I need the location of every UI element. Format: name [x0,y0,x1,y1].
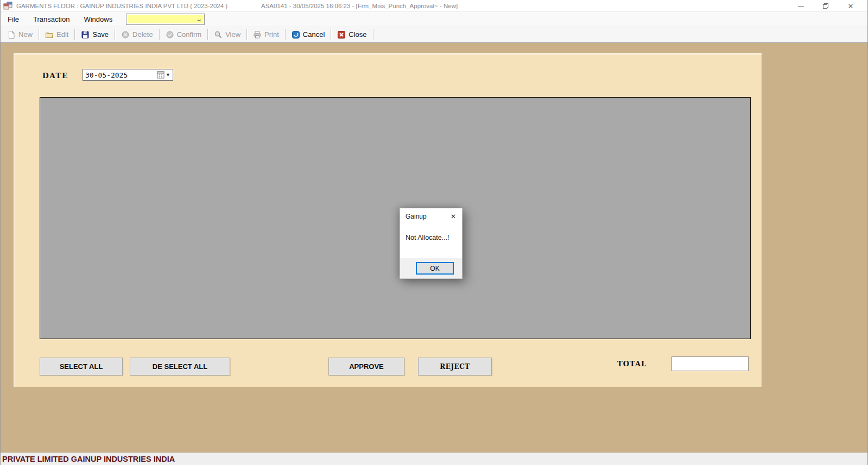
print-icon [253,30,262,39]
view-button[interactable]: View [210,29,245,41]
toolbar-separator [39,29,39,40]
toolbar-separator [285,29,286,40]
restore-icon [822,3,829,9]
menu-windows[interactable]: Windows [77,12,119,27]
dialog-footer: OK [400,258,462,278]
dialog-title: Gainup [406,213,427,220]
toolbar-separator [159,29,160,40]
confirm-button[interactable]: Confirm [161,29,206,41]
minimize-icon [798,6,804,7]
app-icon [3,1,12,10]
toolbar-separator [115,29,115,40]
restore-button[interactable] [813,0,838,12]
date-dropdown-icon[interactable]: ▼ [166,72,170,78]
date-label: DATE [42,71,68,80]
menu-transaction[interactable]: Transaction [26,12,77,27]
view-magnifier-icon [214,30,223,39]
date-picker[interactable]: 30-05-2025 ▼ [83,69,173,81]
new-document-icon [7,30,16,39]
approve-button[interactable]: APPROVE [328,358,404,375]
dialog-message: Not Allocate...! [400,234,462,241]
toolbar: New Edit Save Delete Confirm [1,27,867,43]
print-label: Print [264,30,279,39]
new-button[interactable]: New [3,29,37,41]
toolbar-separator [373,29,373,40]
window-title: GARMENTS FLOOR : GAINUP INDUSTRIES INDIA… [16,3,227,9]
menu-file[interactable]: File [1,12,26,27]
miss-punch-approval-form: DATE 30-05-2025 ▼ SELECT ALL DE SELECT A… [14,53,762,387]
delete-button[interactable]: Delete [117,29,157,41]
toolbar-separator [74,29,75,40]
minimize-button[interactable] [788,0,813,12]
confirm-label: Confirm [177,30,202,39]
dialog-title-row: Gainup ✕ [400,208,462,220]
reject-button[interactable]: REJECT [418,358,492,375]
save-button[interactable]: Save [77,29,113,41]
chevron-down-icon: ⌄ [195,16,202,22]
approval-grid-panel [40,97,751,339]
total-input[interactable] [671,356,749,371]
delete-label: Delete [132,30,153,39]
close-window-button[interactable]: ✕ [838,0,863,12]
close-label: Close [349,30,366,39]
deselect-all-button[interactable]: DE SELECT ALL [130,358,230,375]
calendar-icon [157,71,164,79]
close-window-icon: ✕ [848,2,854,10]
close-button[interactable]: Close [333,29,371,41]
total-label: TOTAL [617,360,647,368]
toolbar-separator [246,29,247,40]
delete-icon [121,30,130,39]
date-value: 30-05-2025 [83,71,157,79]
toolbar-separator [331,29,331,40]
status-bar: PRIVATE LIMITED GAINUP INDUSTRIES INDIA [1,453,867,465]
view-label: View [225,30,240,39]
close-icon [337,30,346,39]
new-label: New [18,30,33,39]
dialog-close-button[interactable]: ✕ [449,213,457,220]
window-controls: ✕ [788,0,863,12]
cancel-button[interactable]: Cancel [287,29,329,41]
toolbar-separator [207,29,208,40]
save-floppy-icon [81,30,90,39]
cancel-icon [292,30,300,39]
menu-bar: File Transaction Windows ⌄ [1,12,867,27]
window-selector-combobox[interactable]: ⌄ [126,14,205,25]
dialog-close-icon: ✕ [451,213,456,220]
print-button[interactable]: Print [249,29,283,41]
confirm-icon [166,30,174,39]
gainup-message-dialog: Gainup ✕ Not Allocate...! OK [400,208,462,279]
select-all-button[interactable]: SELECT ALL [40,358,123,375]
title-bar: GARMENTS FLOOR : GAINUP INDUSTRIES INDIA… [1,0,867,12]
child-window-title: ASA0141 - 30/05/2025 16:06:23 - [Frm_Mis… [261,3,458,9]
edit-button[interactable]: Edit [41,29,73,41]
save-label: Save [92,30,109,39]
status-text: PRIVATE LIMITED GAINUP INDUSTRIES INDIA [1,455,175,463]
dialog-ok-button[interactable]: OK [416,262,454,275]
edit-folder-icon [45,30,54,39]
edit-label: Edit [56,30,68,39]
cancel-label: Cancel [303,30,325,39]
